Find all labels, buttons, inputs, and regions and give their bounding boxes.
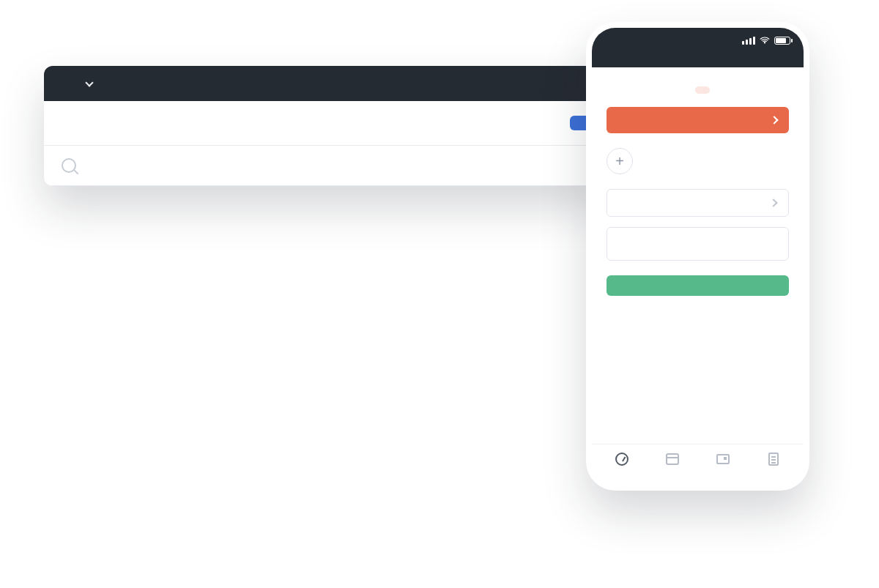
tab-punch[interactable] — [615, 452, 629, 470]
signal-icon — [742, 37, 755, 45]
col-status — [325, 154, 435, 177]
tab-timecards[interactable] — [766, 452, 781, 470]
column-headers — [204, 154, 604, 177]
search-input[interactable] — [85, 150, 204, 181]
document-icon — [768, 453, 779, 466]
clock-icon — [615, 453, 628, 466]
phone-frame: + — [586, 22, 809, 491]
timeoff-icon — [716, 454, 730, 464]
punch-status — [607, 86, 789, 94]
punch-in-button[interactable] — [607, 275, 789, 296]
chevron-down-icon — [85, 78, 93, 86]
nav-timecards[interactable] — [84, 78, 92, 89]
phone-status-bar — [592, 28, 804, 53]
wifi-icon — [760, 35, 770, 45]
page-header — [44, 101, 608, 146]
plus-icon: + — [607, 148, 633, 174]
submission-alert[interactable] — [607, 107, 789, 133]
phone-status-icons — [742, 35, 790, 45]
col-time — [204, 154, 325, 177]
phone-tabbar — [592, 444, 804, 477]
status-badge — [695, 86, 710, 94]
tab-timeoff[interactable] — [716, 452, 730, 470]
calendar-icon — [666, 453, 679, 465]
notes-input[interactable] — [607, 227, 789, 261]
phone-body: + — [592, 67, 804, 306]
choose-shift-select[interactable] — [607, 189, 789, 217]
take-picture-row[interactable]: + — [607, 148, 789, 174]
chevron-right-icon — [769, 198, 777, 206]
tab-schedule[interactable] — [665, 452, 680, 470]
col-reg — [435, 154, 519, 177]
phone-screen-title — [592, 53, 804, 67]
chevron-right-icon — [770, 116, 778, 124]
search-field[interactable] — [54, 150, 204, 181]
search-and-columns — [44, 146, 608, 186]
top-nav — [44, 66, 608, 101]
desktop-window — [44, 66, 608, 186]
battery-icon — [774, 37, 790, 45]
search-icon — [62, 158, 76, 173]
